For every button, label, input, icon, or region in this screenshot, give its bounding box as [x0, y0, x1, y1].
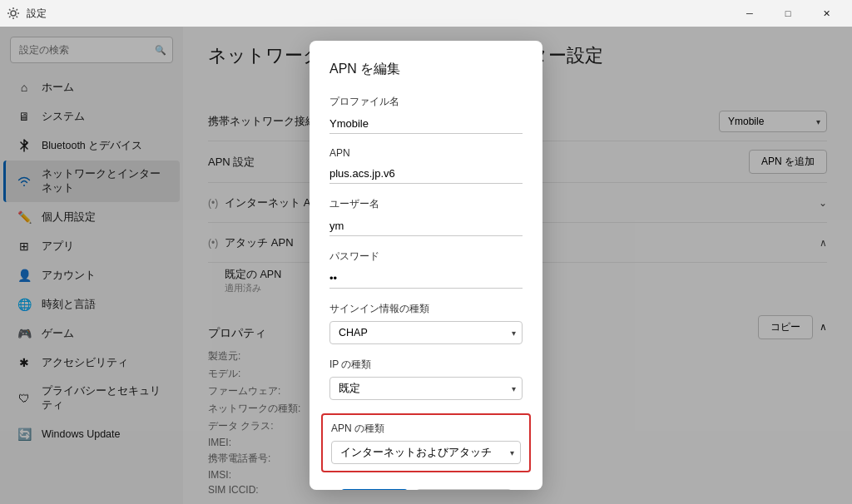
apn-label: APN — [329, 147, 523, 159]
profile-name-label: プロファイル名 — [329, 95, 523, 109]
ip-type-dropdown-wrapper: 既定 IPv4 IPv6 IPv4v6 ▾ — [329, 377, 523, 400]
username-field: ユーザー名 — [329, 197, 523, 236]
settings-icon — [7, 7, 20, 20]
signin-type-field: サインイン情報の種類 CHAP PAP なし ▾ — [329, 302, 523, 344]
signin-type-select[interactable]: CHAP PAP なし — [329, 321, 523, 344]
cancel-button[interactable]: キャンセル — [416, 489, 512, 490]
svg-point-0 — [11, 11, 16, 16]
password-field: パスワード — [329, 250, 523, 289]
titlebar-controls: ─ □ ✕ — [731, 0, 845, 27]
titlebar-left: 設定 — [7, 7, 47, 21]
dialog-title: APN を編集 — [329, 61, 523, 78]
dialog-buttons: 保存 キャンセル — [329, 489, 523, 490]
apn-edit-dialog: APN を編集 プロファイル名 APN ユーザー名 パスワード サインイン情報の… — [310, 41, 542, 490]
apn-type-label: APN の種類 — [331, 422, 521, 436]
password-input[interactable] — [329, 269, 523, 289]
username-label: ユーザー名 — [329, 197, 523, 211]
minimize-button[interactable]: ─ — [731, 0, 769, 27]
apn-type-select[interactable]: インターネットおよびアタッチ インターネット アタッチ — [331, 441, 521, 464]
close-button[interactable]: ✕ — [807, 0, 845, 27]
username-input[interactable] — [329, 216, 523, 236]
dialog-overlay: APN を編集 プロファイル名 APN ユーザー名 パスワード サインイン情報の… — [0, 27, 852, 504]
maximize-button[interactable]: □ — [769, 0, 807, 27]
apn-input[interactable] — [329, 164, 523, 184]
profile-name-input[interactable] — [329, 114, 523, 134]
titlebar: 設定 ─ □ ✕ — [0, 0, 852, 27]
ip-type-select[interactable]: 既定 IPv4 IPv6 IPv4v6 — [329, 377, 523, 400]
password-label: パスワード — [329, 250, 523, 264]
ip-type-label: IP の種類 — [329, 358, 523, 372]
apn-type-dropdown-wrapper: インターネットおよびアタッチ インターネット アタッチ ▾ — [331, 441, 521, 464]
profile-name-field: プロファイル名 — [329, 95, 523, 134]
signin-type-label: サインイン情報の種類 — [329, 302, 523, 316]
titlebar-title: 設定 — [27, 7, 47, 21]
ip-type-field: IP の種類 既定 IPv4 IPv6 IPv4v6 ▾ — [329, 358, 523, 400]
apn-field: APN — [329, 147, 523, 184]
signin-type-dropdown-wrapper: CHAP PAP なし ▾ — [329, 321, 523, 344]
save-button[interactable]: 保存 — [341, 489, 408, 490]
apn-type-field: APN の種類 インターネットおよびアタッチ インターネット アタッチ ▾ — [321, 413, 531, 472]
